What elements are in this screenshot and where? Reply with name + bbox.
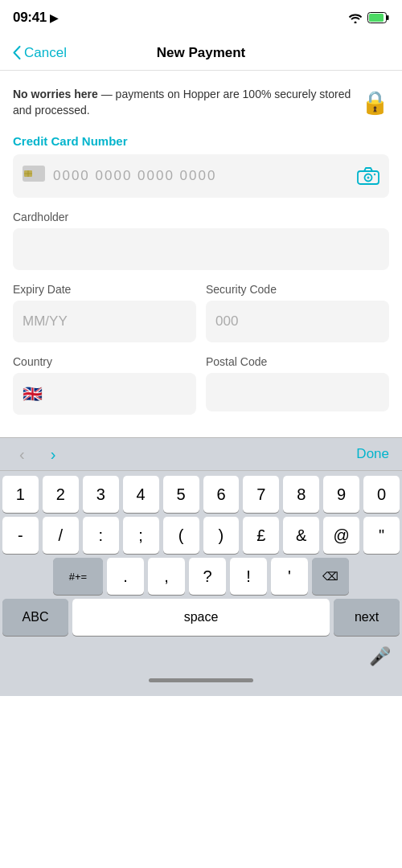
- postal-code-input[interactable]: [206, 373, 389, 411]
- expiry-input[interactable]: [13, 301, 196, 342]
- cardholder-input[interactable]: [13, 228, 389, 270]
- key-pound[interactable]: £: [243, 517, 279, 554]
- country-postal-row: Country 🇬🇧 Postal Code: [13, 355, 389, 415]
- form-area: No worries here — payments on Hopper are…: [0, 71, 402, 437]
- key-5[interactable]: 5: [163, 476, 199, 513]
- home-indicator: [0, 669, 402, 696]
- svg-rect-2: [387, 15, 389, 20]
- prev-field-button[interactable]: ‹: [13, 442, 31, 467]
- country-field[interactable]: 🇬🇧: [13, 373, 196, 415]
- home-bar: [149, 678, 253, 682]
- key-question[interactable]: ?: [189, 558, 226, 595]
- card-number-placeholder: 0000 0000 0000 0000: [53, 168, 357, 184]
- next-key[interactable]: next: [334, 599, 400, 636]
- postal-label: Postal Code: [206, 355, 389, 368]
- key-slash[interactable]: /: [43, 517, 79, 554]
- keyboard-nav-bar: ‹ › Done: [0, 437, 402, 471]
- nav-bar: Cancel New Payment: [0, 35, 402, 71]
- keyboard-row-numbers: 1 2 3 4 5 6 7 8 9 0: [2, 476, 400, 513]
- key-close-paren[interactable]: ): [203, 517, 240, 554]
- keyboard: 1 2 3 4 5 6 7 8 9 0 - / : ; ( ) £ & @ " …: [0, 471, 402, 643]
- done-button[interactable]: Done: [356, 446, 389, 462]
- battery-icon: [367, 12, 389, 23]
- chevron-left-icon: [13, 46, 21, 59]
- key-3[interactable]: 3: [83, 476, 119, 513]
- key-0[interactable]: 0: [363, 476, 400, 513]
- keyboard-row-bottom: ABC space next: [2, 599, 400, 636]
- key-colon[interactable]: :: [83, 517, 119, 554]
- key-numpad-toggle[interactable]: #+=: [53, 558, 103, 595]
- lock-icon: 🔒: [361, 89, 389, 116]
- security-label: Security Code: [206, 283, 389, 296]
- svg-rect-1: [369, 14, 384, 22]
- security-notice: No worries here — payments on Hopper are…: [13, 87, 389, 118]
- postal-col: Postal Code: [206, 355, 389, 415]
- microphone-icon[interactable]: 🎤: [369, 646, 391, 667]
- nav-arrows: ‹ ›: [13, 442, 62, 467]
- key-comma[interactable]: ,: [148, 558, 185, 595]
- key-ampersand[interactable]: &: [283, 517, 319, 554]
- country-col: Country 🇬🇧: [13, 355, 196, 415]
- delete-key[interactable]: ⌫: [312, 558, 349, 595]
- svg-point-10: [374, 174, 375, 175]
- key-period[interactable]: .: [107, 558, 144, 595]
- key-at[interactable]: @: [323, 517, 359, 554]
- key-semicolon[interactable]: ;: [123, 517, 159, 554]
- status-bar: 09:41 ▶: [0, 0, 402, 35]
- location-arrow-icon: ▶: [50, 12, 58, 24]
- keyboard-row-symbols: - / : ; ( ) £ & @ ": [2, 517, 400, 554]
- camera-icon: [357, 167, 379, 185]
- flag-icon: 🇬🇧: [23, 384, 43, 403]
- next-field-button[interactable]: ›: [44, 442, 63, 467]
- space-key[interactable]: space: [72, 599, 330, 636]
- key-1[interactable]: 1: [2, 476, 39, 513]
- page-title: New Payment: [157, 45, 246, 61]
- security-code-input[interactable]: [206, 301, 389, 342]
- key-dash[interactable]: -: [2, 517, 39, 554]
- expiry-label: Expiry Date: [13, 283, 196, 296]
- keyboard-row-special: #+= . , ? ! ' ⌫: [2, 558, 400, 595]
- security-text: No worries here — payments on Hopper are…: [13, 87, 351, 118]
- abc-key[interactable]: ABC: [2, 599, 68, 636]
- key-open-paren[interactable]: (: [163, 517, 199, 554]
- card-icon: [23, 166, 45, 186]
- expiry-col: Expiry Date: [13, 283, 196, 342]
- key-4[interactable]: 4: [123, 476, 159, 513]
- key-6[interactable]: 6: [203, 476, 240, 513]
- svg-point-9: [367, 177, 370, 179]
- key-apostrophe[interactable]: ': [271, 558, 308, 595]
- key-exclaim[interactable]: !: [230, 558, 267, 595]
- key-9[interactable]: 9: [323, 476, 359, 513]
- status-icons: [348, 12, 389, 23]
- key-2[interactable]: 2: [43, 476, 79, 513]
- key-quote[interactable]: ": [363, 517, 400, 554]
- security-col: Security Code: [206, 283, 389, 342]
- camera-scan-button[interactable]: [357, 167, 379, 185]
- key-7[interactable]: 7: [243, 476, 279, 513]
- cc-section-label: Credit Card Number: [13, 134, 389, 148]
- mic-row: 🎤: [0, 643, 402, 669]
- wifi-icon: [348, 12, 363, 23]
- status-time: 09:41 ▶: [13, 10, 58, 26]
- back-button[interactable]: Cancel: [13, 45, 67, 61]
- cardholder-label: Cardholder: [13, 211, 389, 223]
- expiry-security-row: Expiry Date Security Code: [13, 283, 389, 342]
- key-8[interactable]: 8: [283, 476, 319, 513]
- card-number-row: 0000 0000 0000 0000: [13, 154, 389, 198]
- country-label: Country: [13, 355, 196, 368]
